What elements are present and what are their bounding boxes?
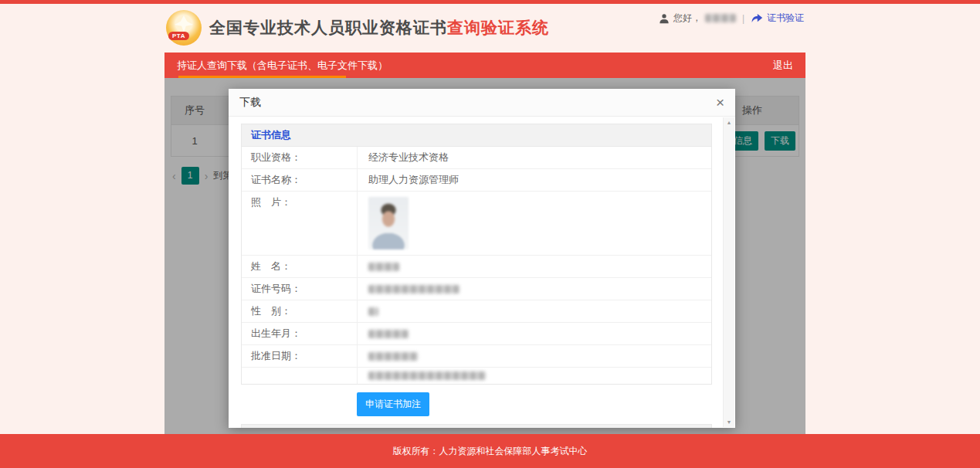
info-row-qualification: 职业资格： 经济专业技术资格 — [242, 147, 711, 168]
brand: PTA 全国专业技术人员职业资格证书查询验证系统 — [166, 10, 549, 46]
id-photo — [368, 197, 409, 249]
info-row-birth: 出生年月： — [242, 322, 711, 344]
nav-bar: 持证人查询下载（含电子证书、电子文件下载） 退出 — [164, 53, 805, 78]
user-icon — [659, 13, 670, 24]
separator: | — [742, 13, 744, 24]
annotation-title: 证书加注信息 — [242, 425, 711, 428]
user-name-masked — [705, 14, 736, 22]
nav-item-holder-query[interactable]: 持证人查询下载（含电子证书、电子文件下载） — [177, 59, 388, 73]
info-row-name: 姓 名： — [242, 255, 711, 277]
greeting-text: 您好， — [673, 12, 701, 25]
info-row-issuer — [242, 367, 711, 384]
annotation-section: 证书加注信息 序号 使用场景 有效期至 加注申请时间 加注完成时间 操作 1 本… — [241, 424, 712, 428]
info-row-sex: 性 别： — [242, 300, 711, 322]
info-row-id-number: 证件号码： — [242, 277, 711, 300]
cert-info-title: 证书信息 — [242, 124, 711, 147]
info-row-approve-date: 批准日期： — [242, 344, 711, 367]
modal-scrollbar[interactable]: ▲ ▼ — [723, 117, 734, 427]
share-arrow-icon — [751, 13, 763, 23]
logout-button[interactable]: 退出 — [773, 59, 793, 73]
verify-link[interactable]: 证书验证 — [767, 12, 804, 25]
scroll-up-icon[interactable]: ▲ — [724, 120, 734, 125]
header: PTA 全国专业技术人员职业资格证书查询验证系统 您好， | 证书验证 — [164, 4, 805, 53]
apply-annotation-button[interactable]: 申请证书加注 — [357, 392, 429, 416]
masked-id-number — [368, 285, 459, 293]
modal-header: 下载 × — [229, 89, 735, 117]
scroll-down-icon[interactable]: ▼ — [724, 419, 734, 425]
close-icon[interactable]: × — [716, 95, 724, 110]
modal-body: 证书信息 职业资格： 经济专业技术资格 证书名称： 助理人力资源管理师 照 片：… — [229, 117, 723, 428]
masked-issuer — [368, 371, 486, 380]
pta-logo-icon: PTA — [166, 10, 202, 46]
user-bar: 您好， | 证书验证 — [659, 12, 804, 25]
copyright-text: 版权所有：人力资源和社会保障部人事考试中心 — [393, 445, 588, 458]
modal-title: 下载 — [239, 96, 261, 110]
info-row-photo: 照 片： — [242, 191, 711, 255]
masked-sex — [368, 307, 378, 316]
download-modal: 下载 × ▲ ▼ 证书信息 职业资格： 经济专业技术资格 证书名称： 助理人力资… — [229, 89, 735, 428]
cert-info-section: 证书信息 职业资格： 经济专业技术资格 证书名称： 助理人力资源管理师 照 片：… — [241, 124, 712, 385]
pta-logo-text: PTA — [168, 32, 189, 40]
info-row-cert-name: 证书名称： 助理人力资源管理师 — [242, 168, 711, 191]
masked-name — [368, 263, 399, 271]
page-title: 全国专业技术人员职业资格证书查询验证系统 — [209, 17, 549, 39]
masked-approve-date — [368, 352, 418, 361]
page: PTA 全国专业技术人员职业资格证书查询验证系统 您好， | 证书验证 持证人查… — [0, 0, 980, 468]
masked-birth-date — [368, 330, 409, 338]
footer: 版权所有：人力资源和社会保障部人事考试中心 — [0, 434, 980, 468]
